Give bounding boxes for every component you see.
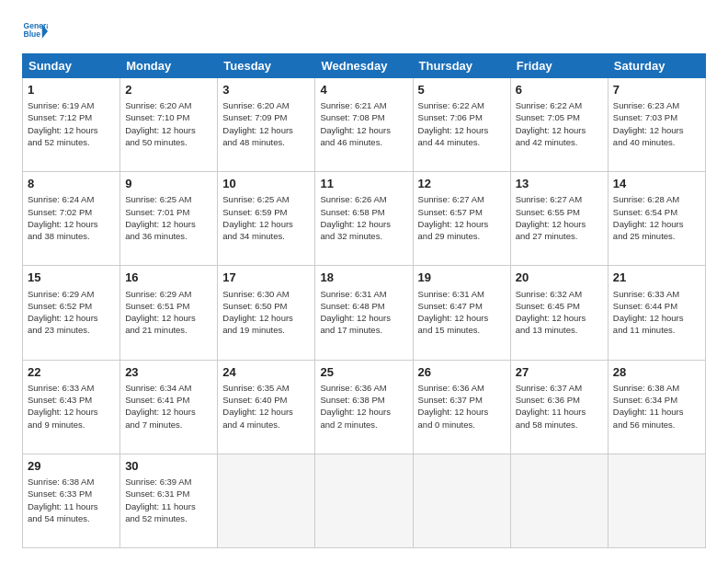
header-tuesday: Tuesday (218, 54, 315, 78)
day-info-line: Sunset: 7:10 PM (125, 111, 212, 123)
day-info-line: Daylight: 12 hours (125, 218, 212, 230)
day-number: 27 (516, 364, 603, 381)
day-info-line: Daylight: 12 hours (320, 406, 407, 418)
weekday-header-row: Sunday Monday Tuesday Wednesday Thursday… (23, 54, 706, 78)
day-info-line: Daylight: 12 hours (28, 124, 115, 136)
day-info-line: and 23 minutes. (28, 324, 115, 336)
svg-text:Blue: Blue (24, 29, 41, 39)
header-monday: Monday (120, 54, 218, 78)
day-info-line: Sunset: 7:12 PM (28, 111, 115, 123)
day-info-line: Sunrise: 6:25 AM (222, 193, 310, 205)
day-info-line: Daylight: 12 hours (28, 406, 115, 418)
day-number: 14 (613, 176, 700, 192)
day-info-line: Sunset: 7:08 PM (320, 111, 407, 123)
day-number: 20 (516, 270, 603, 286)
day-number: 4 (320, 82, 407, 98)
calendar-cell: 27Sunrise: 6:37 AMSunset: 6:36 PMDayligh… (510, 360, 608, 454)
day-number: 21 (613, 270, 700, 286)
day-info-line: Sunset: 6:41 PM (125, 394, 212, 406)
day-info-line: Sunrise: 6:36 AM (320, 382, 407, 394)
calendar-cell: 21Sunrise: 6:33 AMSunset: 6:44 PMDayligh… (608, 266, 705, 360)
day-number: 29 (28, 458, 115, 475)
day-info-line: Sunrise: 6:29 AM (28, 288, 115, 300)
day-info-line: Sunrise: 6:29 AM (125, 288, 212, 300)
day-info-line: Sunrise: 6:31 AM (418, 288, 506, 300)
day-number: 6 (516, 82, 603, 98)
day-number: 26 (418, 364, 506, 381)
day-info-line: Sunset: 6:36 PM (516, 394, 603, 406)
day-number: 7 (613, 82, 700, 98)
calendar-cell: 12Sunrise: 6:27 AMSunset: 6:57 PMDayligh… (413, 172, 510, 266)
day-info-line: and 54 minutes. (28, 512, 115, 524)
day-info-line: Sunrise: 6:23 AM (613, 99, 700, 111)
day-number: 25 (320, 364, 407, 381)
day-info-line: Sunrise: 6:21 AM (320, 99, 407, 111)
day-info-line: Sunrise: 6:38 AM (613, 382, 700, 394)
day-info-line: Sunset: 6:45 PM (516, 300, 603, 312)
calendar-cell (315, 454, 413, 547)
day-info-line: Sunset: 6:59 PM (222, 206, 310, 218)
day-info-line: Sunrise: 6:37 AM (516, 382, 603, 394)
day-info-line: Sunrise: 6:34 AM (125, 382, 212, 394)
day-info-line: and 29 minutes. (418, 230, 506, 242)
calendar-cell: 19Sunrise: 6:31 AMSunset: 6:47 PMDayligh… (413, 266, 510, 360)
day-info-line: Sunset: 6:44 PM (613, 300, 700, 312)
day-info-line: and 38 minutes. (28, 230, 115, 242)
day-info-line: Daylight: 12 hours (516, 124, 603, 136)
day-info-line: Daylight: 12 hours (28, 218, 115, 230)
day-info-line: Sunset: 7:03 PM (613, 111, 700, 123)
day-info-line: Sunset: 7:05 PM (516, 111, 603, 123)
day-info-line: Sunset: 7:01 PM (125, 206, 212, 218)
day-info-line: Sunrise: 6:27 AM (418, 193, 506, 205)
day-number: 16 (125, 270, 212, 286)
day-info-line: Sunset: 6:50 PM (222, 300, 310, 312)
calendar-cell: 14Sunrise: 6:28 AMSunset: 6:54 PMDayligh… (608, 172, 705, 266)
day-info-line: Daylight: 12 hours (320, 124, 407, 136)
day-number: 23 (125, 364, 212, 381)
day-info-line: Sunset: 6:54 PM (613, 206, 700, 218)
day-info-line: Sunset: 6:55 PM (516, 206, 603, 218)
calendar-cell: 1Sunrise: 6:19 AMSunset: 7:12 PMDaylight… (23, 78, 120, 172)
calendar-cell: 22Sunrise: 6:33 AMSunset: 6:43 PMDayligh… (23, 360, 120, 454)
calendar-cell: 13Sunrise: 6:27 AMSunset: 6:55 PMDayligh… (510, 172, 608, 266)
day-info-line: and 19 minutes. (222, 324, 310, 336)
day-info-line: and 50 minutes. (125, 136, 212, 148)
day-info-line: Daylight: 12 hours (613, 312, 700, 324)
day-number: 10 (222, 176, 310, 192)
day-number: 22 (28, 364, 115, 381)
day-info-line: Sunset: 6:57 PM (418, 206, 506, 218)
day-info-line: Sunset: 6:34 PM (613, 394, 700, 406)
day-number: 15 (28, 270, 115, 286)
day-info-line: and 0 minutes. (418, 419, 506, 431)
day-info-line: Sunset: 6:48 PM (320, 300, 407, 312)
day-info-line: Sunrise: 6:27 AM (516, 193, 603, 205)
day-info-line: Daylight: 12 hours (125, 312, 212, 324)
day-info-line: and 46 minutes. (320, 136, 407, 148)
day-info-line: and 32 minutes. (320, 230, 407, 242)
day-info-line: Sunrise: 6:22 AM (418, 99, 506, 111)
day-info-line: Sunrise: 6:36 AM (418, 382, 506, 394)
day-info-line: and 11 minutes. (613, 324, 700, 336)
day-number: 2 (125, 82, 212, 98)
calendar-cell: 9Sunrise: 6:25 AMSunset: 7:01 PMDaylight… (120, 172, 218, 266)
page: General Blue Sunday Monday Tuesday Wedne… (0, 0, 728, 563)
day-info-line: and 44 minutes. (418, 136, 506, 148)
calendar-cell: 7Sunrise: 6:23 AMSunset: 7:03 PMDaylight… (608, 78, 705, 172)
day-info-line: and 7 minutes. (125, 419, 212, 431)
day-number: 24 (222, 364, 310, 381)
calendar-cell: 11Sunrise: 6:26 AMSunset: 6:58 PMDayligh… (315, 172, 413, 266)
day-info-line: and 2 minutes. (320, 419, 407, 431)
calendar-cell: 20Sunrise: 6:32 AMSunset: 6:45 PMDayligh… (510, 266, 608, 360)
day-info-line: Daylight: 12 hours (125, 406, 212, 418)
day-info-line: and 15 minutes. (418, 324, 506, 336)
header: General Blue (22, 18, 706, 44)
calendar-cell: 25Sunrise: 6:36 AMSunset: 6:38 PMDayligh… (315, 360, 413, 454)
day-info-line: Sunset: 6:47 PM (418, 300, 506, 312)
calendar-cell: 4Sunrise: 6:21 AMSunset: 7:08 PMDaylight… (315, 78, 413, 172)
calendar-cell: 23Sunrise: 6:34 AMSunset: 6:41 PMDayligh… (120, 360, 218, 454)
calendar-cell (608, 454, 705, 547)
day-info-line: Sunset: 6:37 PM (418, 394, 506, 406)
day-info-line: Sunrise: 6:33 AM (28, 382, 115, 394)
day-info-line: and 56 minutes. (613, 419, 700, 431)
day-info-line: Sunrise: 6:20 AM (125, 99, 212, 111)
